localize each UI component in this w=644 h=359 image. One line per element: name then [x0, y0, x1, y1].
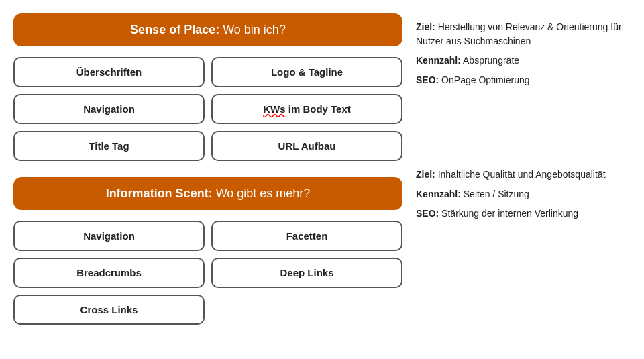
- section2-header: Information Scent: Wo gibt es mehr?: [13, 177, 402, 210]
- section2-header-bold: Information Scent:: [106, 187, 213, 200]
- item-kws-body-text: KWs im Body Text: [211, 94, 402, 124]
- item-deep-links: Deep Links: [211, 258, 402, 288]
- item-breadcrumbs: Breadcrumbs: [13, 258, 205, 288]
- section1-kennzahl: Kennzahl: Absprungrate: [416, 54, 631, 68]
- section1-seo: SEO: OnPage Optimierung: [416, 73, 631, 87]
- main-container: Sense of Place: Wo bin ich? Überschrifte…: [13, 13, 631, 341]
- item-logo-tagline: Logo & Tagline: [211, 57, 402, 87]
- item-facetten: Facetten: [211, 221, 402, 251]
- section1-header-bold: Sense of Place:: [130, 23, 219, 36]
- right-panel: Ziel: Herstellung von Relevanz & Orienti…: [416, 13, 631, 237]
- item-navigation-1: Navigation: [13, 94, 205, 124]
- section1-header-normal: Wo bin ich?: [219, 23, 286, 36]
- item-uberschriften: Überschriften: [13, 57, 205, 87]
- section2-kennzahl: Kennzahl: Seiten / Sitzung: [416, 187, 631, 201]
- section1-grid: Überschriften Logo & Tagline Navigation …: [13, 57, 402, 161]
- item-title-tag: Title Tag: [13, 131, 205, 161]
- item-navigation-2: Navigation: [13, 221, 205, 251]
- info-block-2: Ziel: Inhaltliche Qualität und Angebotsq…: [416, 168, 631, 221]
- section2-header-normal: Wo gibt es mehr?: [213, 187, 311, 200]
- section1-header: Sense of Place: Wo bin ich?: [13, 13, 402, 46]
- section1-ziel: Ziel: Herstellung von Relevanz & Orienti…: [416, 20, 631, 48]
- kws-text: KWs im Body Text: [263, 103, 351, 115]
- section2-ziel: Ziel: Inhaltliche Qualität und Angebotsq…: [416, 168, 631, 182]
- item-url-aufbau: URL Aufbau: [211, 131, 402, 161]
- left-panel: Sense of Place: Wo bin ich? Überschrifte…: [13, 13, 402, 341]
- item-cross-links: Cross Links: [13, 295, 205, 325]
- section2-seo: SEO: Stärkung der internen Verlinkung: [416, 207, 631, 221]
- info-block-1: Ziel: Herstellung von Relevanz & Orienti…: [416, 20, 631, 87]
- section2-grid: Navigation Facetten Breadcrumbs Deep Lin…: [13, 221, 402, 325]
